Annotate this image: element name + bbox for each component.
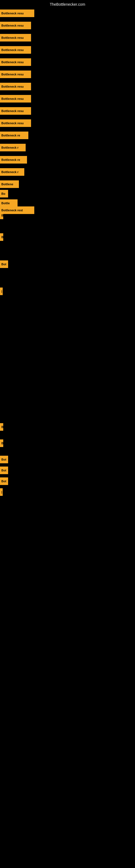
bottleneck-item-16[interactable]: Bottlene xyxy=(0,180,19,188)
bottleneck-item-1[interactable]: Bottleneck resu xyxy=(0,9,34,17)
bottleneck-item-19[interactable]: B xyxy=(0,212,3,219)
bottleneck-item-4[interactable]: Bottleneck resu xyxy=(0,46,31,54)
bottleneck-item-25[interactable]: Bot xyxy=(0,456,8,463)
bottleneck-item-28[interactable]: | xyxy=(0,488,3,496)
bottleneck-item-24[interactable]: B xyxy=(0,439,3,447)
bottleneck-item-20[interactable]: B xyxy=(0,233,3,241)
bottleneck-item-22[interactable]: | xyxy=(0,287,3,295)
bottleneck-item-5[interactable]: Bottleneck resu xyxy=(0,58,31,66)
bottleneck-item-3[interactable]: Bottleneck resu xyxy=(0,34,31,41)
bottleneck-item-27[interactable]: Bot xyxy=(0,477,8,485)
bottleneck-item-15[interactable]: Bottleneck rest xyxy=(0,207,34,214)
bottleneck-item-7[interactable]: Bottleneck resu xyxy=(0,83,31,90)
bottleneck-item-17[interactable]: Bo xyxy=(0,190,8,197)
bottleneck-item-18[interactable]: Bottle xyxy=(0,199,17,207)
bottleneck-item-11[interactable]: Bottleneck re xyxy=(0,131,28,139)
bottleneck-item-23[interactable]: B xyxy=(0,423,3,431)
bottleneck-item-10[interactable]: Bottleneck resu xyxy=(0,119,31,127)
bottleneck-item-12[interactable]: Bottleneck r xyxy=(0,144,26,151)
bottleneck-item-9[interactable]: Bottleneck resu xyxy=(0,107,31,115)
bottleneck-item-2[interactable]: Bottleneck resu xyxy=(0,22,31,29)
bottleneck-item-8[interactable]: Bottleneck resu xyxy=(0,95,31,102)
bottleneck-item-26[interactable]: Bot xyxy=(0,467,8,474)
bottleneck-item-14[interactable]: Bottleneck r xyxy=(0,168,24,176)
bottleneck-item-6[interactable]: Bottleneck resu xyxy=(0,70,31,78)
bottleneck-item-13[interactable]: Bottleneck re xyxy=(0,156,27,163)
bottleneck-item-21[interactable]: Bot xyxy=(0,260,8,268)
site-title: TheBottlenecker.com xyxy=(0,2,135,6)
